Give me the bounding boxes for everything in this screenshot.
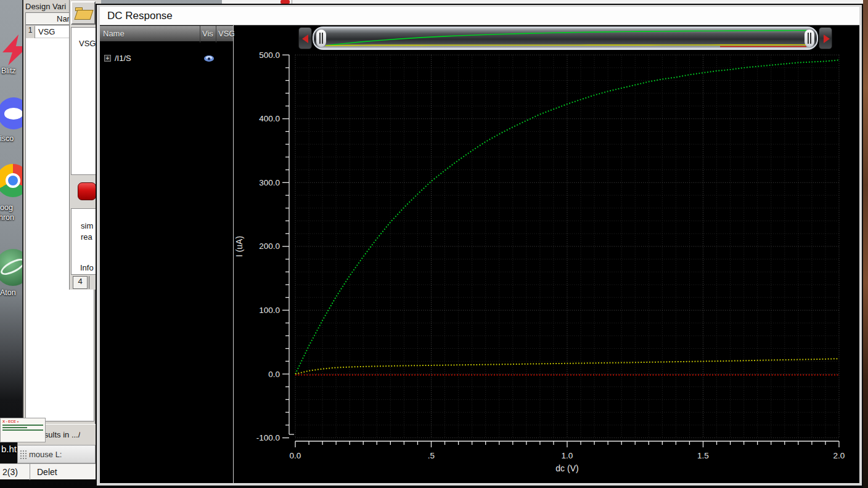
atom-icon-label: Aton: [0, 288, 16, 297]
webpage-thumbnail-icon[interactable]: X - ECE +: [0, 418, 46, 442]
column-separator[interactable]: [200, 26, 200, 43]
variable-name-cell[interactable]: VSG: [38, 27, 55, 36]
plot-area[interactable]: 500.0400.0300.0200.0100.00.0-100.00.0.51…: [234, 25, 859, 483]
row-number: 1: [26, 26, 35, 38]
svg-text:200.0: 200.0: [259, 242, 280, 251]
svg-text:-100.0: -100.0: [256, 433, 280, 442]
svg-text:0.0: 0.0: [290, 451, 301, 460]
drag-grip-icon[interactable]: [20, 450, 27, 460]
chrome-icon-label-2: hron: [0, 213, 14, 222]
log-info-label: Info: [80, 263, 94, 272]
log-line-2: rea: [81, 232, 92, 242]
status-count: 2(3): [2, 467, 18, 477]
stop-button[interactable]: [78, 182, 96, 200]
signal-list-header: Name Vis VSG: [100, 25, 233, 42]
status-mode: Delet: [37, 467, 57, 477]
dc-response-titlebar[interactable]: DC Response: [100, 7, 859, 25]
svg-text:1.0: 1.0: [562, 451, 573, 460]
discord-icon-label: isco: [0, 134, 14, 143]
svg-text:500.0: 500.0: [259, 51, 280, 60]
svg-text:2.0: 2.0: [833, 451, 845, 460]
svg-text:100.0: 100.0: [259, 306, 280, 315]
signal-name[interactable]: /I1/S: [115, 54, 131, 63]
tab-separator: [89, 276, 89, 289]
ciw-status-row: 2(3) Delet: [0, 463, 96, 479]
webpage-icon-label: b.ht: [1, 444, 17, 454]
svg-text:.5: .5: [428, 451, 435, 460]
right-wallpaper-strip: [863, 0, 868, 488]
svg-text:0.0: 0.0: [268, 370, 280, 379]
svg-text:400.0: 400.0: [259, 114, 280, 123]
webpage-thumbnail-text: X - ECE +: [1, 418, 45, 423]
status-separator: [30, 464, 30, 480]
chrome-icon-label-1: oog: [0, 203, 13, 212]
dc-response-window: DC Response Name Vis VSG + /I1/S: [96, 4, 863, 487]
log-line-1: sim: [81, 221, 93, 230]
svg-text:dc (V): dc (V): [555, 463, 578, 473]
mouse-bindings-bar: mouse L:: [17, 445, 96, 463]
visibility-eye-icon[interactable]: [203, 55, 215, 62]
field-text[interactable]: VSG: [79, 39, 96, 48]
mouse-bindings-text: mouse L:: [29, 450, 62, 459]
expand-plus-icon[interactable]: +: [104, 55, 111, 62]
svg-text:1.5: 1.5: [697, 451, 709, 460]
tab-4[interactable]: 4: [73, 276, 88, 289]
column-vis: Vis: [202, 29, 213, 38]
column-name: Name: [103, 29, 125, 38]
svg-text:I (uA): I (uA): [234, 236, 244, 257]
column-separator[interactable]: [216, 26, 216, 43]
open-folder-button[interactable]: [71, 1, 96, 25]
design-variables-title: Design Vari: [25, 2, 66, 11]
dc-response-title: DC Response: [107, 10, 173, 22]
svg-text:300.0: 300.0: [259, 178, 280, 187]
chart-canvas[interactable]: 500.0400.0300.0200.0100.00.0-100.00.0.51…: [234, 25, 862, 486]
signal-list-panel: Name Vis VSG + /I1/S: [100, 25, 234, 483]
column-swept: VSG: [218, 29, 235, 38]
blitz-icon-label: Blitz: [1, 67, 16, 75]
signal-row[interactable]: + /I1/S: [100, 52, 233, 65]
